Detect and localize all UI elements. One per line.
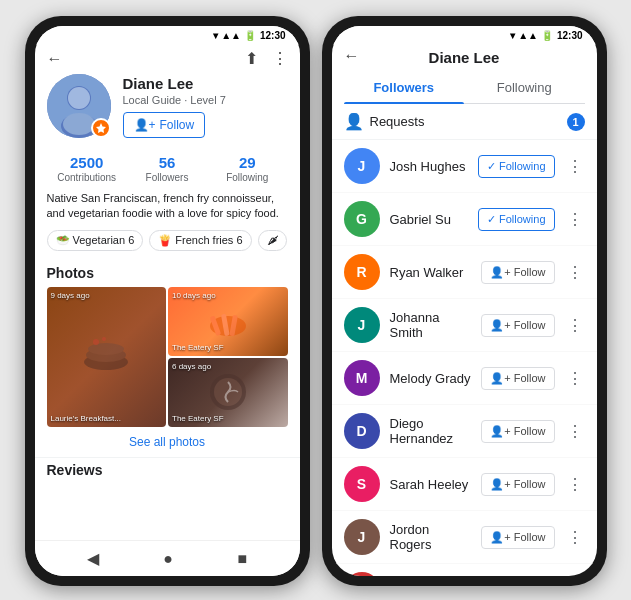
more-button-left[interactable]: ⋮ (272, 49, 288, 68)
profile-section: Diane Lee Local Guide · Level 7 👤+ Follo… (35, 74, 300, 148)
follow-person-label: Follow (514, 319, 546, 331)
photo-coffee[interactable]: 6 days ago The Eatery SF (168, 358, 288, 427)
person-name: Josh Hughes (390, 159, 469, 174)
photo-carrots-label: The Eatery SF (172, 343, 224, 352)
photo-pancakes-label: Laurie's Breakfast... (51, 414, 121, 423)
battery-icon: 🔋 (244, 30, 256, 41)
back-button-right[interactable]: ← (344, 47, 360, 65)
follow-label: Follow (160, 118, 195, 132)
svg-point-9 (93, 339, 99, 345)
checkmark-icon: ✓ (487, 160, 496, 173)
follow-icon: 👤+ (134, 118, 156, 132)
more-options-button[interactable]: ⋮ (565, 369, 585, 388)
person-avatar-initial: D (344, 413, 380, 449)
tab-following-label: Following (497, 80, 552, 95)
tag-vegetarian[interactable]: 🥗 Vegetarian 6 (47, 230, 144, 251)
status-time-left: 12:30 (260, 30, 286, 41)
follow-button[interactable]: 👤+ Follow (123, 112, 206, 138)
add-person-icon: 👤+ (490, 478, 510, 491)
person-avatar: J (344, 519, 380, 555)
right-phone: ▾ ▲▲ 🔋 12:30 ← Diane Lee Followers Follo… (322, 16, 607, 586)
person-avatar-initial: J (344, 307, 380, 343)
more-options-button[interactable]: ⋮ (565, 157, 585, 176)
add-person-icon: 👤+ (490, 425, 510, 438)
person-row: S Sarah Heeley 👤+ Follow ⋮ (332, 458, 597, 511)
add-person-icon: 👤+ (490, 372, 510, 385)
follow-person-button[interactable]: 👤+ Follow (481, 473, 554, 496)
profile-subtitle: Local Guide · Level 7 (123, 94, 288, 106)
person-row: R Rita McDavid 👤+ Follow ⋮ (332, 564, 597, 576)
photos-section-title: Photos (35, 261, 300, 287)
see-all-photos[interactable]: See all photos (35, 427, 300, 457)
nav-back-left[interactable]: ◀ (87, 549, 99, 568)
more-options-button[interactable]: ⋮ (565, 316, 585, 335)
tabs-row: Followers Following (344, 72, 585, 104)
status-time-right: 12:30 (557, 30, 583, 41)
tab-followers[interactable]: Followers (344, 72, 465, 103)
follow-person-label: Following (499, 213, 545, 225)
header-title: Diane Lee (429, 49, 500, 66)
follow-person-label: Following (499, 160, 545, 172)
add-person-icon: 👤+ (490, 266, 510, 279)
person-name: Sarah Heeley (390, 477, 472, 492)
nav-recents-left[interactable]: ■ (238, 550, 248, 568)
nav-home-left[interactable]: ● (163, 550, 173, 568)
person-avatar: R (344, 254, 380, 290)
person-name: Gabriel Su (390, 212, 469, 227)
person-row: G Gabriel Su ✓ Following ⋮ (332, 193, 597, 246)
more-options-button[interactable]: ⋮ (565, 528, 585, 547)
top-bar-actions: ⬆ ⋮ (245, 49, 288, 68)
svg-point-4 (63, 113, 95, 135)
main-container: ▾ ▲▲ 🔋 12:30 ← ⬆ ⋮ (9, 0, 623, 600)
person-name: Jordon Rogers (390, 522, 472, 552)
photo-carrots-date: 10 days ago (172, 291, 216, 300)
requests-label: Requests (370, 114, 561, 129)
left-screen: ▾ ▲▲ 🔋 12:30 ← ⬆ ⋮ (35, 26, 300, 576)
stat-contributions-value: 2500 (47, 154, 127, 171)
photo-coffee-date: 6 days ago (172, 362, 211, 371)
share-button[interactable]: ⬆ (245, 49, 258, 68)
photo-coffee-label: The Eatery SF (172, 414, 224, 423)
tag-spicy[interactable]: 🌶 (258, 230, 287, 251)
svg-marker-5 (96, 123, 106, 133)
back-button-left[interactable]: ← (47, 50, 63, 68)
person-name: Melody Grady (390, 371, 472, 386)
battery-icon-right: 🔋 (541, 30, 553, 41)
wifi-icon-right: ▾ (510, 30, 515, 41)
stat-contributions[interactable]: 2500 Contributions (47, 154, 127, 183)
person-avatar: S (344, 466, 380, 502)
follow-person-button[interactable]: 👤+ Follow (481, 367, 554, 390)
profile-info: Diane Lee Local Guide · Level 7 👤+ Follo… (123, 75, 288, 138)
follow-person-button[interactable]: ✓ Following (478, 155, 554, 178)
signal-icon-right: ▲▲ (518, 30, 538, 41)
svg-point-8 (88, 343, 124, 355)
right-header: ← Diane Lee (332, 45, 597, 66)
reviews-label: Reviews (35, 457, 300, 482)
follow-person-button[interactable]: 👤+ Follow (481, 314, 554, 337)
more-options-button[interactable]: ⋮ (565, 210, 585, 229)
people-list: J Josh Hughes ✓ Following ⋮ G Gabriel Su… (332, 140, 597, 576)
photo-carrots[interactable]: 10 days ago The Eatery SF (168, 287, 288, 356)
follow-person-button[interactable]: 👤+ Follow (481, 420, 554, 443)
tab-following[interactable]: Following (464, 72, 585, 103)
requests-badge: 1 (567, 113, 585, 131)
follow-person-button[interactable]: 👤+ Follow (481, 261, 554, 284)
stat-followers-label: Followers (127, 172, 207, 183)
person-avatar-initial: R (344, 254, 380, 290)
more-options-button[interactable]: ⋮ (565, 422, 585, 441)
level-badge (91, 118, 111, 138)
photo-pancakes[interactable]: 9 days ago Laurie's Breakfast... (47, 287, 167, 427)
requests-row[interactable]: 👤 Requests 1 (332, 104, 597, 140)
wifi-icon: ▾ (213, 30, 218, 41)
tag-fries[interactable]: 🍟 French fries 6 (149, 230, 251, 251)
stats-row: 2500 Contributions 56 Followers 29 Follo… (35, 148, 300, 191)
person-avatar-initial: M (344, 360, 380, 396)
follow-person-button[interactable]: 👤+ Follow (481, 526, 554, 549)
more-options-button[interactable]: ⋮ (565, 475, 585, 494)
signal-icons-right: ▾ ▲▲ 🔋 (510, 30, 553, 41)
more-options-button[interactable]: ⋮ (565, 263, 585, 282)
stat-followers[interactable]: 56 Followers (127, 154, 207, 183)
person-row: R Ryan Walker 👤+ Follow ⋮ (332, 246, 597, 299)
stat-following[interactable]: 29 Following (207, 154, 287, 183)
follow-person-button[interactable]: ✓ Following (478, 208, 554, 231)
